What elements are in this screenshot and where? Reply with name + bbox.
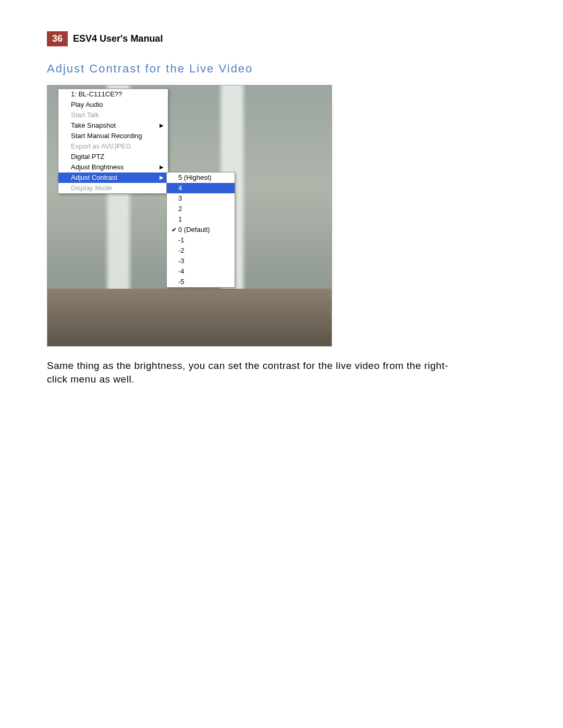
manual-title: ESV4 User's Manual xyxy=(68,31,168,46)
contrast-option-label: -3 xyxy=(178,256,185,266)
context-menu-item[interactable]: Take Snapshot▶ xyxy=(58,120,168,131)
video-window-sill xyxy=(47,289,332,346)
live-video-screenshot: 1: BL-C111CE??Play AudioStart TalkTake S… xyxy=(47,85,332,347)
contrast-submenu[interactable]: 5 (Highest)4321✔0 (Default)-1-2-3-4-5 xyxy=(166,172,235,288)
contrast-option-label: 1 xyxy=(178,215,182,224)
page-number: 36 xyxy=(47,31,68,46)
context-menu-item[interactable]: 1: BL-C111CE?? xyxy=(58,89,168,100)
menu-item-label: Adjust Brightness xyxy=(71,163,124,172)
context-menu-item: Start Talk xyxy=(58,110,168,120)
menu-item-label: Start Talk xyxy=(71,110,99,120)
section-heading: Adjust Contrast for the Live Video xyxy=(47,62,516,76)
menu-item-label: Adjust Contrast xyxy=(71,173,117,182)
contrast-option[interactable]: -4 xyxy=(167,266,235,277)
contrast-option[interactable]: -3 xyxy=(167,256,235,266)
contrast-option[interactable]: 1 xyxy=(167,214,235,225)
context-menu-item[interactable]: Play Audio xyxy=(58,100,168,110)
contrast-option-label: -1 xyxy=(178,236,185,245)
contrast-option[interactable]: ✔0 (Default) xyxy=(167,225,235,235)
context-menu-item[interactable]: Digital PTZ xyxy=(58,152,168,162)
contrast-option-label: 2 xyxy=(178,204,182,214)
menu-item-label: Display Mode xyxy=(71,183,112,193)
menu-item-label: Digital PTZ xyxy=(71,152,104,162)
context-menu-item[interactable]: Start Manual Recording xyxy=(58,131,168,141)
menu-item-label: Export as AVI/JPEG xyxy=(71,142,131,151)
contrast-option-label: 4 xyxy=(178,183,182,193)
contrast-option-label: -5 xyxy=(178,277,185,287)
menu-item-label: Play Audio xyxy=(71,100,103,109)
page-header: 36 ESV4 User's Manual xyxy=(47,31,516,46)
contrast-option[interactable]: -2 xyxy=(167,245,235,256)
contrast-option[interactable]: 3 xyxy=(167,193,235,204)
submenu-arrow-icon: ▶ xyxy=(160,173,164,182)
contrast-option[interactable]: -1 xyxy=(167,235,235,245)
body-paragraph: Same thing as the brightness, you can se… xyxy=(47,359,454,386)
menu-item-label: 1: BL-C111CE?? xyxy=(71,90,122,99)
contrast-option-label: 5 (Highest) xyxy=(178,173,212,182)
contrast-option-label: -4 xyxy=(178,267,185,276)
check-icon: ✔ xyxy=(170,225,178,235)
context-menu-item: Display Mode xyxy=(58,183,168,193)
context-menu-item[interactable]: Adjust Brightness▶ xyxy=(58,162,168,172)
context-menu-item: Export as AVI/JPEG xyxy=(58,141,168,152)
menu-item-label: Take Snapshot xyxy=(71,121,116,130)
contrast-option[interactable]: -5 xyxy=(167,277,235,287)
contrast-option[interactable]: 2 xyxy=(167,204,235,214)
contrast-option-label: 3 xyxy=(178,194,182,203)
submenu-arrow-icon: ▶ xyxy=(160,163,164,172)
context-menu[interactable]: 1: BL-C111CE??Play AudioStart TalkTake S… xyxy=(58,89,168,194)
contrast-option[interactable]: 5 (Highest) xyxy=(167,172,235,183)
contrast-option-label: -2 xyxy=(178,246,185,255)
context-menu-item[interactable]: Adjust Contrast▶ xyxy=(58,172,168,183)
menu-item-label: Start Manual Recording xyxy=(71,131,142,141)
submenu-arrow-icon: ▶ xyxy=(160,121,164,130)
contrast-option-label: 0 (Default) xyxy=(178,225,210,235)
contrast-option[interactable]: 4 xyxy=(167,183,235,193)
